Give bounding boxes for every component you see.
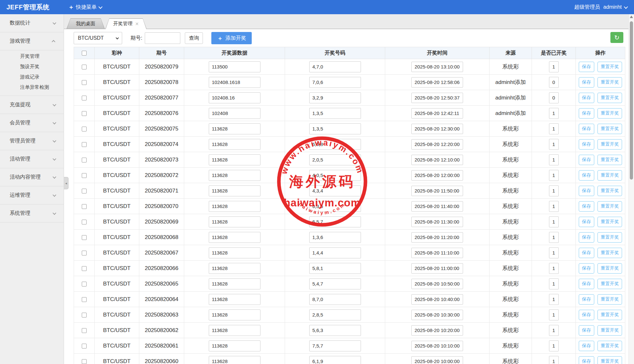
reset-draw-button[interactable]: 重置开奖 bbox=[597, 248, 622, 258]
save-button[interactable]: 保存 bbox=[579, 248, 594, 258]
save-button[interactable]: 保存 bbox=[579, 108, 594, 119]
source-data-input[interactable] bbox=[209, 123, 260, 134]
draw-number-input[interactable] bbox=[309, 61, 361, 72]
reset-draw-button[interactable]: 重置开奖 bbox=[597, 108, 622, 119]
draw-number-input[interactable] bbox=[309, 185, 361, 196]
save-button[interactable]: 保存 bbox=[579, 294, 594, 305]
reset-draw-button[interactable]: 重置开奖 bbox=[597, 93, 622, 103]
row-checkbox[interactable] bbox=[82, 297, 87, 302]
source-data-input[interactable] bbox=[209, 61, 260, 72]
row-checkbox[interactable] bbox=[82, 328, 87, 333]
draw-time-input[interactable] bbox=[411, 217, 463, 227]
row-checkbox[interactable] bbox=[82, 65, 87, 69]
drawn-flag-input[interactable] bbox=[549, 263, 559, 274]
drawn-flag-input[interactable] bbox=[549, 340, 559, 351]
sidebar-subitem[interactable]: 预设开奖 bbox=[0, 61, 64, 72]
sidebar-item[interactable]: 游戏管理 bbox=[0, 32, 64, 50]
drawn-flag-input[interactable] bbox=[549, 185, 559, 196]
row-checkbox[interactable] bbox=[82, 220, 87, 224]
row-checkbox[interactable] bbox=[82, 173, 87, 178]
drawn-flag-input[interactable] bbox=[549, 123, 559, 134]
draw-number-input[interactable] bbox=[309, 108, 361, 119]
save-button[interactable]: 保存 bbox=[579, 170, 594, 181]
sidebar-item[interactable]: 管理员管理 bbox=[0, 132, 64, 150]
source-data-input[interactable] bbox=[209, 356, 260, 364]
draw-number-input[interactable] bbox=[309, 309, 361, 320]
source-data-input[interactable] bbox=[209, 108, 260, 119]
refresh-button[interactable]: ↻ bbox=[610, 32, 623, 43]
source-data-input[interactable] bbox=[209, 170, 260, 181]
drawn-flag-input[interactable] bbox=[549, 232, 559, 243]
draw-number-input[interactable] bbox=[309, 77, 361, 88]
reset-draw-button[interactable]: 重置开奖 bbox=[597, 139, 622, 150]
save-button[interactable]: 保存 bbox=[579, 325, 594, 336]
draw-number-input[interactable] bbox=[309, 278, 361, 289]
drawn-flag-input[interactable] bbox=[549, 77, 559, 88]
save-button[interactable]: 保存 bbox=[579, 217, 594, 227]
drawn-flag-input[interactable] bbox=[549, 61, 559, 72]
sidebar-item[interactable]: 活动内容管理 bbox=[0, 168, 64, 186]
save-button[interactable]: 保存 bbox=[579, 310, 594, 320]
source-data-input[interactable] bbox=[209, 325, 260, 336]
source-data-input[interactable] bbox=[209, 278, 260, 289]
reset-draw-button[interactable]: 重置开奖 bbox=[597, 294, 622, 305]
source-data-input[interactable] bbox=[209, 92, 260, 103]
save-button[interactable]: 保存 bbox=[579, 356, 594, 364]
drawn-flag-input[interactable] bbox=[549, 294, 559, 305]
save-button[interactable]: 保存 bbox=[579, 62, 594, 72]
source-data-input[interactable] bbox=[209, 185, 260, 196]
row-checkbox[interactable] bbox=[82, 266, 87, 271]
draw-time-input[interactable] bbox=[411, 139, 463, 150]
draw-number-input[interactable] bbox=[309, 294, 361, 305]
draw-time-input[interactable] bbox=[411, 325, 463, 336]
save-button[interactable]: 保存 bbox=[579, 232, 594, 243]
row-checkbox[interactable] bbox=[82, 189, 87, 193]
reset-draw-button[interactable]: 重置开奖 bbox=[597, 77, 622, 88]
drawn-flag-input[interactable] bbox=[549, 154, 559, 165]
reset-draw-button[interactable]: 重置开奖 bbox=[597, 170, 622, 181]
draw-number-input[interactable] bbox=[309, 216, 361, 227]
draw-number-input[interactable] bbox=[309, 201, 361, 212]
select-all-checkbox[interactable] bbox=[82, 51, 87, 56]
drawn-flag-input[interactable] bbox=[549, 356, 559, 364]
draw-number-input[interactable] bbox=[309, 170, 361, 181]
row-checkbox[interactable] bbox=[82, 313, 87, 317]
draw-number-input[interactable] bbox=[309, 340, 361, 351]
draw-time-input[interactable] bbox=[411, 201, 463, 212]
source-data-input[interactable] bbox=[209, 201, 260, 212]
save-button[interactable]: 保存 bbox=[579, 124, 594, 134]
save-button[interactable]: 保存 bbox=[579, 155, 594, 165]
source-data-input[interactable] bbox=[209, 247, 260, 258]
draw-time-input[interactable] bbox=[411, 170, 463, 181]
draw-time-input[interactable] bbox=[411, 356, 463, 364]
drawn-flag-input[interactable] bbox=[549, 201, 559, 212]
reset-draw-button[interactable]: 重置开奖 bbox=[597, 325, 622, 336]
draw-number-input[interactable] bbox=[309, 247, 361, 258]
draw-number-input[interactable] bbox=[309, 139, 361, 150]
draw-number-input[interactable] bbox=[309, 92, 361, 103]
query-button[interactable]: 查询 bbox=[185, 32, 203, 44]
draw-time-input[interactable] bbox=[411, 310, 463, 320]
draw-time-input[interactable] bbox=[411, 341, 463, 351]
drawn-flag-input[interactable] bbox=[549, 170, 559, 181]
draw-number-input[interactable] bbox=[309, 356, 361, 364]
save-button[interactable]: 保存 bbox=[579, 186, 594, 196]
draw-number-input[interactable] bbox=[309, 263, 361, 274]
sidebar-subitem[interactable]: 开奖管理 bbox=[0, 51, 64, 61]
vertical-scrollbar[interactable] bbox=[629, 14, 634, 364]
draw-number-input[interactable] bbox=[309, 123, 361, 134]
drawn-flag-input[interactable] bbox=[549, 108, 559, 119]
source-data-input[interactable] bbox=[209, 139, 260, 150]
source-data-input[interactable] bbox=[209, 232, 260, 243]
reset-draw-button[interactable]: 重置开奖 bbox=[597, 232, 622, 243]
save-button[interactable]: 保存 bbox=[579, 263, 594, 274]
source-data-input[interactable] bbox=[209, 340, 260, 351]
drawn-flag-input[interactable] bbox=[549, 325, 559, 336]
sidebar-item[interactable]: 系统管理 bbox=[0, 204, 64, 223]
source-data-input[interactable] bbox=[209, 309, 260, 320]
draw-time-input[interactable] bbox=[411, 186, 463, 196]
row-checkbox[interactable] bbox=[82, 142, 87, 147]
sidebar-subitem[interactable]: 游戏记录 bbox=[0, 72, 64, 82]
sidebar-collapse-handle[interactable]: ◂ bbox=[64, 177, 69, 189]
draw-time-input[interactable] bbox=[411, 93, 463, 103]
